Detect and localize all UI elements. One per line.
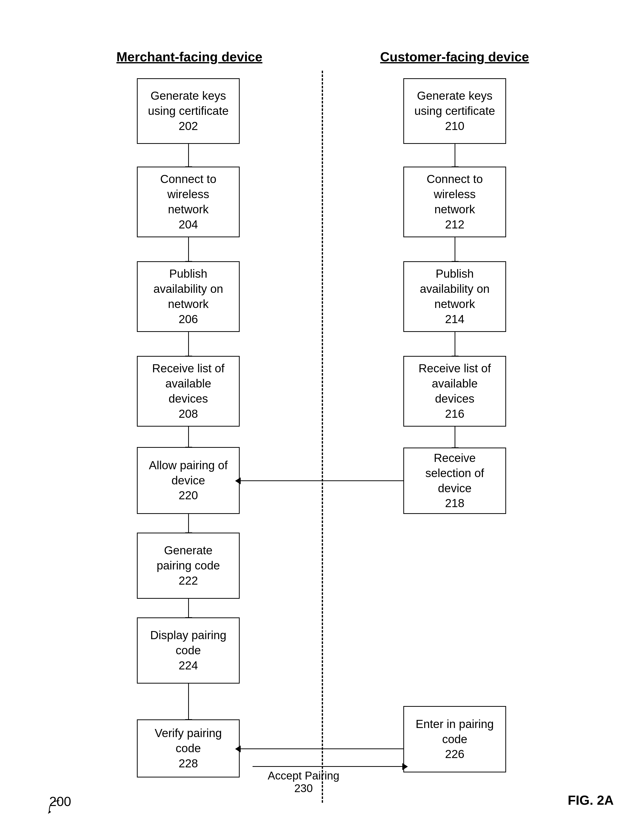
- customer-header: Customer-facing device: [379, 49, 530, 64]
- svg-marker-0: [48, 810, 51, 814]
- box-202-number: 202: [179, 119, 198, 134]
- box-214-number: 214: [445, 312, 464, 327]
- box-228-number: 228: [179, 756, 198, 771]
- fig-label: FIG. 2A: [568, 793, 614, 808]
- box-208-label: Receive list ofavailabledevices: [152, 361, 224, 406]
- arrow-224-228: [188, 683, 189, 720]
- box-208-number: 208: [179, 407, 198, 421]
- arrow-218-220: [240, 480, 403, 481]
- arrow-212-214: [455, 237, 456, 262]
- box-210-label: Generate keysusing certificate: [414, 88, 495, 119]
- arrow-222-224: [188, 599, 189, 618]
- box-222: Generatepairing code 222: [137, 532, 240, 599]
- box-226: Enter in pairingcode 226: [403, 706, 506, 772]
- box-222-label: Generatepairing code: [156, 543, 220, 573]
- box-216-label: Receive list ofavailabledevices: [419, 361, 491, 406]
- box-210-number: 210: [445, 119, 464, 134]
- box-224: Display pairingcode 224: [137, 618, 240, 683]
- center-dashed-line: [322, 71, 323, 803]
- box-228-label: Verify pairingcode: [155, 726, 222, 756]
- box-224-label: Display pairingcode: [150, 628, 227, 658]
- box-212-number: 212: [445, 217, 464, 232]
- arrow-220-222: [188, 514, 189, 533]
- box-202: Generate keysusing certificate 202: [137, 78, 240, 144]
- arrow-210-212: [455, 144, 456, 167]
- box-228: Verify pairingcode 228: [137, 719, 240, 777]
- box-220-label: Allow pairing ofdevice: [149, 458, 228, 488]
- arrow-206-208: [188, 332, 189, 357]
- arrow-202-204: [188, 144, 189, 167]
- box-212-label: Connect towirelessnetwork: [427, 172, 483, 217]
- accept-pairing-label: Accept Pairing 230: [268, 769, 340, 794]
- box-224-number: 224: [179, 658, 198, 673]
- box-214-label: Publishavailability onnetwork: [420, 266, 489, 312]
- box-206: Publishavailability onnetwork 206: [137, 261, 240, 332]
- box-222-number: 222: [179, 573, 198, 589]
- box-214: Publishavailability onnetwork 214: [403, 261, 506, 332]
- arrow-208-220: [188, 426, 189, 448]
- ref-arrow: [44, 796, 64, 816]
- arrow-216-218: [455, 426, 456, 448]
- box-204-number: 204: [179, 217, 198, 232]
- box-204: Connect towirelessnetwork 204: [137, 167, 240, 237]
- box-216: Receive list ofavailabledevices 216: [403, 356, 506, 426]
- box-218-number: 218: [445, 496, 464, 511]
- accept-pairing-text: Accept Pairing: [268, 769, 340, 782]
- arrow-accept-pairing: [253, 766, 403, 767]
- box-210: Generate keysusing certificate 210: [403, 78, 506, 144]
- box-226-number: 226: [445, 747, 464, 762]
- arrow-214-216: [455, 332, 456, 357]
- diagram-container: Merchant-facing device Customer-facing d…: [0, 0, 644, 833]
- box-226-label: Enter in pairingcode: [416, 717, 494, 747]
- box-218: Receiveselection ofdevice 218: [403, 447, 506, 514]
- arrow-226-228: [240, 748, 403, 749]
- box-208: Receive list ofavailabledevices 208: [137, 356, 240, 426]
- arrow-204-206: [188, 237, 189, 262]
- box-206-number: 206: [179, 312, 198, 327]
- box-220: Allow pairing ofdevice 220: [137, 447, 240, 514]
- box-218-label: Receiveselection ofdevice: [425, 450, 484, 496]
- box-216-number: 216: [445, 407, 464, 421]
- merchant-header: Merchant-facing device: [114, 49, 265, 64]
- box-220-number: 220: [179, 488, 198, 503]
- box-204-label: Connect towirelessnetwork: [160, 172, 216, 217]
- box-212: Connect towirelessnetwork 212: [403, 167, 506, 237]
- accept-pairing-number: 230: [294, 782, 313, 794]
- box-206-label: Publishavailability onnetwork: [153, 266, 223, 312]
- box-202-label: Generate keysusing certificate: [148, 88, 229, 119]
